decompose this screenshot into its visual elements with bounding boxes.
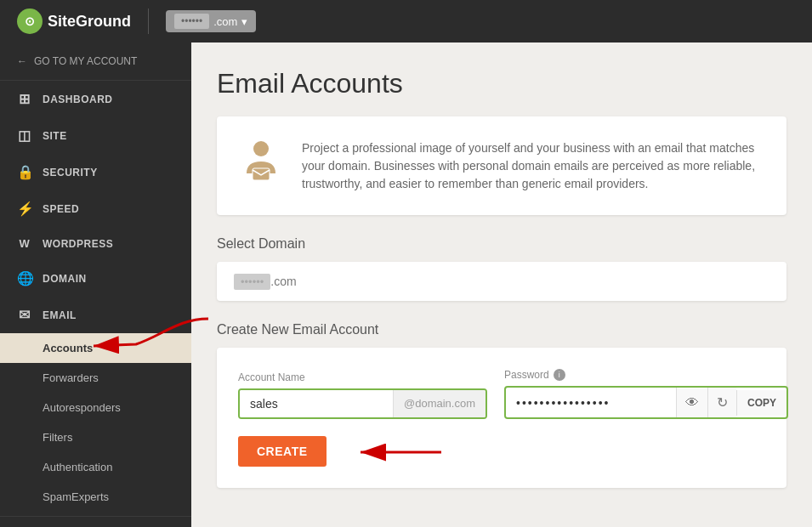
select-domain-label: Select Domain xyxy=(217,236,786,252)
password-input-wrapper: 👁 ↻ COPY xyxy=(504,386,788,419)
authentication-label: Authentication xyxy=(43,461,112,473)
topbar: ⊙ SiteGround •••••• .com ▾ xyxy=(0,0,812,42)
domain-tld-display: .com xyxy=(270,275,296,288)
domain-tld: .com xyxy=(213,15,237,28)
generate-password-button[interactable]: ↻ xyxy=(707,388,736,417)
sidebar-subitem-filters[interactable]: Filters xyxy=(0,422,191,452)
password-actions: 👁 ↻ COPY xyxy=(676,388,786,417)
filters-label: Filters xyxy=(43,431,72,444)
sidebar-subitem-authentication[interactable]: Authentication xyxy=(0,452,191,482)
domain-box[interactable]: ••••••.com xyxy=(217,262,786,301)
sidebar-item-label: DASHBOARD xyxy=(43,94,113,105)
sidebar-item-wordpress[interactable]: W WORDPRESS xyxy=(0,227,191,260)
account-name-group: Account Name @domain.com xyxy=(238,371,487,419)
email-person-icon xyxy=(238,138,285,194)
logo: ⊙ SiteGround xyxy=(17,8,131,34)
sidebar-item-security[interactable]: 🔒 SECURITY xyxy=(0,154,191,190)
info-icon: i xyxy=(554,369,565,381)
sidebar-item-label: SITE xyxy=(43,130,67,142)
sidebar-subitem-forwarders[interactable]: Forwarders xyxy=(0,363,191,393)
password-group: Password i 👁 ↻ COPY xyxy=(504,369,788,419)
account-name-suffix: @domain.com xyxy=(393,390,485,417)
sidebar: ← GO TO MY ACCOUNT ⊞ DASHBOARD ◫ SITE 🔒 … xyxy=(0,0,191,527)
promo-description: Project a professional image of yourself… xyxy=(302,139,765,193)
page-title: Email Accounts xyxy=(217,68,786,99)
sidebar-item-label: WORDPRESS xyxy=(43,238,113,250)
email-icon: ✉ xyxy=(17,307,32,323)
sidebar-subitem-spamexperts[interactable]: SpamExperts xyxy=(0,482,191,512)
wordpress-icon: W xyxy=(17,237,32,250)
forwarders-label: Forwarders xyxy=(43,371,99,384)
globe-icon: 🌐 xyxy=(17,270,32,286)
create-button[interactable]: CREATE xyxy=(238,436,327,467)
create-arrow xyxy=(344,437,446,467)
go-back-link[interactable]: ← GO TO MY ACCOUNT xyxy=(0,42,191,81)
form-row: Account Name @domain.com Password i xyxy=(238,369,765,419)
copy-password-button[interactable]: COPY xyxy=(736,390,786,416)
sidebar-item-label: SECURITY xyxy=(43,167,98,178)
arrow-left-icon: ← xyxy=(17,55,27,67)
logo-text: SiteGround xyxy=(48,13,131,31)
domain-selector[interactable]: •••••• .com ▾ xyxy=(166,10,256,32)
dashboard-icon: ⊞ xyxy=(17,91,32,107)
sidebar-subitem-accounts[interactable]: Accounts xyxy=(0,333,191,363)
spamexperts-label: SpamExperts xyxy=(43,490,109,503)
account-name-label: Account Name xyxy=(238,371,487,383)
topbar-divider xyxy=(148,8,149,34)
promo-card: Project a professional image of yourself… xyxy=(217,116,786,215)
account-name-input-wrapper: @domain.com xyxy=(238,388,487,419)
sidebar-item-email[interactable]: ✉ EMAIL xyxy=(0,297,191,333)
logo-icon: ⊙ xyxy=(17,8,43,34)
sidebar-item-dashboard[interactable]: ⊞ DASHBOARD xyxy=(0,81,191,117)
sidebar-item-statistics[interactable]: 📊 STATISTICS xyxy=(0,516,191,527)
chevron-down-icon: ▾ xyxy=(241,15,247,28)
main-content: Email Accounts Project a professional im… xyxy=(191,0,812,527)
create-section-label: Create New Email Account xyxy=(217,322,786,337)
sidebar-subitem-autoresponders[interactable]: Autoresponders xyxy=(0,393,191,422)
password-input[interactable] xyxy=(506,389,676,416)
site-icon: ◫ xyxy=(17,128,32,144)
sidebar-item-label: EMAIL xyxy=(43,309,77,321)
sidebar-item-label: SPEED xyxy=(43,203,79,215)
show-password-button[interactable]: 👁 xyxy=(677,388,707,417)
svg-rect-1 xyxy=(253,168,270,180)
speed-icon: ⚡ xyxy=(17,201,32,217)
sidebar-item-site[interactable]: ◫ SITE xyxy=(0,117,191,154)
sidebar-item-label: DOMAIN xyxy=(43,273,87,285)
autoresponders-label: Autoresponders xyxy=(43,401,121,414)
svg-point-0 xyxy=(253,141,269,156)
account-name-input[interactable] xyxy=(240,390,393,417)
create-form-card: Account Name @domain.com Password i xyxy=(217,348,786,488)
sidebar-item-domain[interactable]: 🌐 DOMAIN xyxy=(0,260,191,297)
accounts-label: Accounts xyxy=(43,342,93,354)
sidebar-item-speed[interactable]: ⚡ SPEED xyxy=(0,190,191,227)
go-back-label: GO TO MY ACCOUNT xyxy=(34,55,137,67)
password-label: Password i xyxy=(504,369,788,381)
lock-icon: 🔒 xyxy=(17,164,32,180)
